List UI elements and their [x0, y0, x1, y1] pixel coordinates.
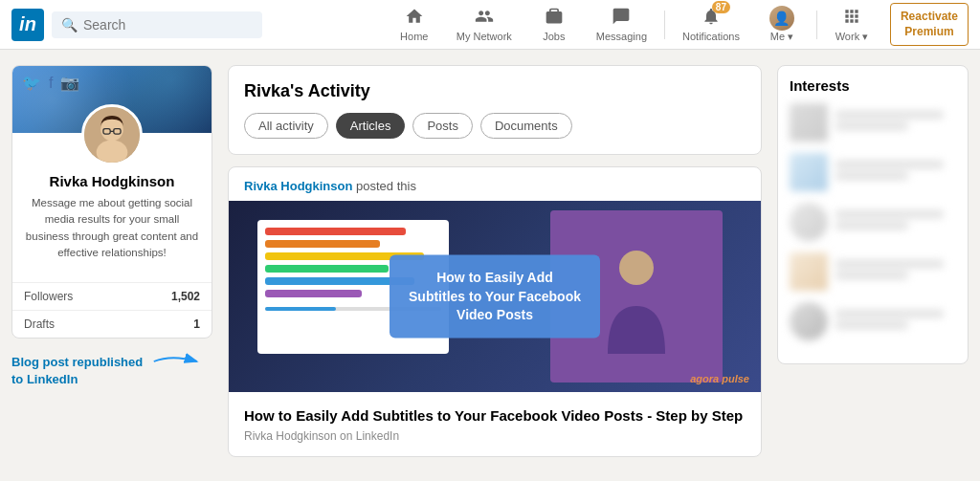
profile-info: Rivka Hodgkinson Message me about gettin… [12, 165, 212, 273]
nav-item-notifications[interactable]: 87 Notifications [671, 1, 751, 48]
tab-documents[interactable]: Documents [480, 113, 572, 139]
reactivate-premium-button[interactable]: Reactivate Premium [890, 3, 969, 46]
followers-count: 1,502 [171, 290, 200, 303]
followers-label: Followers [24, 290, 73, 303]
interest-item-5 [790, 302, 956, 340]
nav-separator-2 [816, 11, 817, 39]
drafts-label: Drafts [24, 317, 55, 331]
activity-title: Rivka's Activity [244, 81, 746, 101]
post-image: How to Easily Add Subtitles to Your Face… [229, 201, 761, 392]
tab-articles[interactable]: Articles [336, 113, 406, 139]
navbar: in 🔍 Home My Network Jobs [0, 0, 980, 50]
profile-bio: Message me about getting social media re… [24, 195, 200, 261]
left-sidebar: 🐦 f 📷 [11, 65, 212, 457]
interests-card: Interests [777, 65, 969, 364]
linkedin-logo[interactable]: in [11, 9, 44, 41]
jobs-icon [545, 7, 564, 31]
nav-notifications-label: Notifications [682, 31, 740, 42]
interest-item-4 [790, 252, 956, 291]
interest-item-2 [790, 153, 956, 191]
post-content: How to Easily Add Subtitles to Your Face… [229, 392, 761, 456]
agora-pulse-logo: agora pulse [690, 373, 749, 384]
notifications-icon: 87 [702, 7, 721, 31]
nav-network-label: My Network [457, 31, 512, 42]
interests-title: Interests [790, 77, 956, 94]
notifications-badge: 87 [712, 1, 730, 13]
profile-avatar-wrap [12, 104, 212, 165]
post-title[interactable]: How to Easily Add Subtitles to Your Face… [244, 405, 746, 426]
nav-jobs-label: Jobs [543, 31, 565, 42]
post-source: Rivka Hodgkinson on LinkedIn [244, 429, 746, 443]
nav-item-network[interactable]: My Network [445, 1, 523, 48]
nav-center: Home My Network Jobs Messaging [386, 0, 969, 49]
nav-separator [664, 11, 665, 39]
nav-item-work[interactable]: Work ▾ [823, 1, 880, 49]
activity-card: Rivka's Activity All activity Articles P… [228, 65, 762, 155]
search-input[interactable] [83, 17, 253, 33]
post-card: Rivka Hodgkinson posted this [228, 166, 762, 457]
profile-avatar [81, 104, 143, 165]
interest-item-1 [790, 103, 956, 142]
profile-stats: Followers 1,502 Drafts 1 [12, 282, 212, 338]
post-meta: Rivka Hodgkinson posted this [229, 167, 761, 201]
profile-card: 🐦 f 📷 [11, 65, 212, 339]
drafts-stat: Drafts 1 [12, 311, 212, 338]
search-bar[interactable]: 🔍 [52, 11, 262, 38]
messaging-icon [612, 7, 631, 31]
tab-all-activity[interactable]: All activity [244, 113, 328, 139]
nav-item-messaging[interactable]: Messaging [585, 1, 658, 48]
post-author-link[interactable]: Rivka Hodgkinson [244, 179, 352, 193]
main-content: Rivka's Activity All activity Articles P… [228, 65, 762, 457]
search-icon: 🔍 [61, 17, 78, 33]
overlay-text: How to Easily Add Subtitles to Your Face… [407, 269, 583, 325]
work-icon [842, 7, 861, 31]
post-image-inner: How to Easily Add Subtitles to Your Face… [229, 201, 761, 392]
blog-link-section: Blog post republished to LinkedIn [11, 350, 212, 388]
nav-home-label: Home [400, 31, 428, 42]
profile-name: Rivka Hodgkinson [24, 173, 200, 189]
post-overlay-box: How to Easily Add Subtitles to Your Face… [390, 255, 600, 339]
blog-republished-link[interactable]: Blog post republished to LinkedIn [11, 354, 143, 388]
nav-item-jobs[interactable]: Jobs [525, 1, 583, 48]
page-layout: 🐦 f 📷 [0, 50, 980, 472]
activity-tabs: All activity Articles Posts Documents [244, 113, 746, 139]
nav-me-label: Me ▾ [770, 31, 793, 43]
drafts-count: 1 [193, 317, 200, 331]
tab-posts[interactable]: Posts [412, 113, 473, 139]
followers-stat: Followers 1,502 [12, 283, 212, 311]
me-avatar: 👤 [769, 6, 794, 31]
post-action-text: posted this [356, 179, 416, 193]
svg-point-7 [619, 251, 654, 285]
network-icon [475, 7, 494, 31]
right-sidebar: Interests [777, 65, 969, 457]
interest-item-3 [790, 203, 956, 241]
nav-item-me[interactable]: 👤 Me ▾ [753, 0, 811, 49]
nav-work-label: Work ▾ [835, 31, 869, 43]
blue-arrow-icon [150, 350, 208, 373]
home-icon [405, 7, 424, 31]
nav-item-home[interactable]: Home [386, 1, 443, 48]
nav-messaging-label: Messaging [596, 31, 647, 42]
